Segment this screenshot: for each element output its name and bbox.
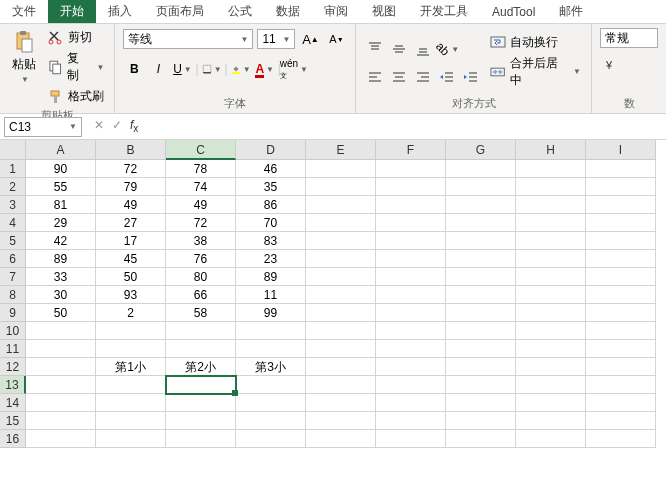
align-left-button[interactable]: [364, 66, 386, 88]
align-bottom-button[interactable]: [412, 38, 434, 60]
cell[interactable]: [446, 214, 516, 232]
accept-formula-button[interactable]: ✓: [112, 118, 122, 134]
cell[interactable]: [376, 196, 446, 214]
cell[interactable]: [306, 196, 376, 214]
column-header[interactable]: G: [446, 140, 516, 160]
cell[interactable]: [586, 394, 656, 412]
row-header[interactable]: 12: [0, 358, 26, 376]
tab-插入[interactable]: 插入: [96, 0, 144, 23]
cell[interactable]: [446, 376, 516, 394]
cell[interactable]: [376, 376, 446, 394]
cell[interactable]: 49: [166, 196, 236, 214]
cell[interactable]: [446, 412, 516, 430]
cell[interactable]: 72: [96, 160, 166, 178]
cell[interactable]: [166, 430, 236, 448]
row-header[interactable]: 13: [0, 376, 26, 394]
cell[interactable]: [376, 340, 446, 358]
cell[interactable]: 第3小: [236, 358, 306, 376]
cell[interactable]: [306, 376, 376, 394]
cell[interactable]: [236, 394, 306, 412]
cut-button[interactable]: 剪切: [46, 28, 106, 47]
column-header[interactable]: A: [26, 140, 96, 160]
phonetic-button[interactable]: wén文▼: [283, 58, 305, 80]
cell[interactable]: [306, 430, 376, 448]
tab-邮件[interactable]: 邮件: [547, 0, 595, 23]
align-right-button[interactable]: [412, 66, 434, 88]
cell[interactable]: 29: [26, 214, 96, 232]
cell[interactable]: [306, 412, 376, 430]
cell[interactable]: [516, 394, 586, 412]
cell[interactable]: 46: [236, 160, 306, 178]
cell[interactable]: 79: [96, 178, 166, 196]
number-format-select[interactable]: 常规: [600, 28, 658, 48]
cell[interactable]: [166, 412, 236, 430]
font-name-select[interactable]: 等线▼: [123, 29, 253, 49]
column-header[interactable]: B: [96, 140, 166, 160]
increase-font-button[interactable]: A▲: [299, 28, 321, 50]
cell[interactable]: [26, 412, 96, 430]
column-header[interactable]: E: [306, 140, 376, 160]
row-header[interactable]: 1: [0, 160, 26, 178]
cell[interactable]: 第1小: [96, 358, 166, 376]
fill-color-button[interactable]: ▼: [230, 58, 252, 80]
decrease-font-button[interactable]: A▼: [325, 28, 347, 50]
cell[interactable]: [446, 286, 516, 304]
cell[interactable]: [516, 322, 586, 340]
cell[interactable]: [376, 412, 446, 430]
cell[interactable]: [306, 232, 376, 250]
cancel-formula-button[interactable]: ✕: [94, 118, 104, 134]
row-header[interactable]: 8: [0, 286, 26, 304]
italic-button[interactable]: I: [147, 58, 169, 80]
tab-数据[interactable]: 数据: [264, 0, 312, 23]
merge-center-button[interactable]: 合并后居中▼: [488, 54, 583, 90]
name-box[interactable]: C13▼: [4, 117, 82, 137]
cell[interactable]: [586, 286, 656, 304]
cell[interactable]: [306, 268, 376, 286]
cell[interactable]: [376, 322, 446, 340]
column-header[interactable]: H: [516, 140, 586, 160]
column-header[interactable]: D: [236, 140, 306, 160]
font-size-select[interactable]: 11▼: [257, 29, 295, 49]
row-header[interactable]: 2: [0, 178, 26, 196]
cell[interactable]: 89: [236, 268, 306, 286]
cell[interactable]: [586, 196, 656, 214]
fill-handle[interactable]: [232, 390, 238, 396]
cell[interactable]: [376, 232, 446, 250]
underline-button[interactable]: U▼: [171, 58, 193, 80]
cell[interactable]: [516, 232, 586, 250]
cell[interactable]: [586, 304, 656, 322]
row-header[interactable]: 3: [0, 196, 26, 214]
wrap-text-button[interactable]: 自动换行: [488, 33, 583, 52]
cell[interactable]: 30: [26, 286, 96, 304]
cell[interactable]: 86: [236, 196, 306, 214]
cell[interactable]: [586, 214, 656, 232]
cell[interactable]: [586, 250, 656, 268]
cell[interactable]: [586, 358, 656, 376]
font-color-button[interactable]: A▼: [254, 58, 276, 80]
cell[interactable]: [236, 412, 306, 430]
tab-审阅[interactable]: 审阅: [312, 0, 360, 23]
row-header[interactable]: 11: [0, 340, 26, 358]
cell[interactable]: [306, 160, 376, 178]
cell[interactable]: [586, 178, 656, 196]
cell[interactable]: 50: [26, 304, 96, 322]
cell[interactable]: [446, 232, 516, 250]
cell[interactable]: [306, 286, 376, 304]
row-header[interactable]: 10: [0, 322, 26, 340]
tab-页面布局[interactable]: 页面布局: [144, 0, 216, 23]
cell[interactable]: [446, 196, 516, 214]
cell[interactable]: 58: [166, 304, 236, 322]
cell[interactable]: [26, 376, 96, 394]
decrease-indent-button[interactable]: [436, 66, 458, 88]
cell[interactable]: [306, 322, 376, 340]
cell[interactable]: [306, 340, 376, 358]
cell[interactable]: 81: [26, 196, 96, 214]
cell[interactable]: [96, 322, 166, 340]
cell[interactable]: 76: [166, 250, 236, 268]
cell[interactable]: 2: [96, 304, 166, 322]
cell[interactable]: [516, 196, 586, 214]
cell[interactable]: 72: [166, 214, 236, 232]
cell[interactable]: [306, 178, 376, 196]
cell[interactable]: [376, 250, 446, 268]
cell[interactable]: 45: [96, 250, 166, 268]
